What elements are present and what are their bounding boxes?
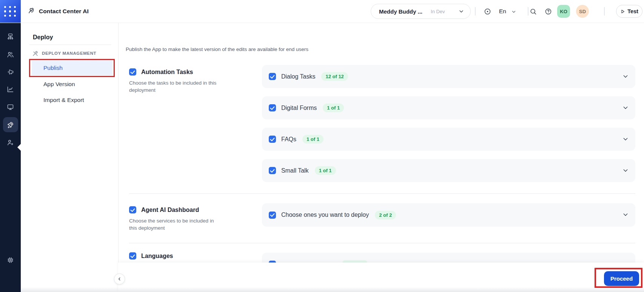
count-badge: 1 of 1: [323, 104, 344, 112]
section-label: Agent AI Dashboard: [141, 207, 199, 213]
section-divider: [129, 193, 635, 194]
user-plus-icon: [6, 139, 14, 147]
footer-bar: [118, 263, 644, 292]
checkbox-small-talk[interactable]: [269, 167, 276, 174]
users-icon: [6, 51, 14, 59]
annotation-box-publish: [29, 59, 115, 77]
row-faqs[interactable]: FAQs 1 of 1: [262, 128, 635, 151]
app-selector-dropdown[interactable]: Meddy Buddy ... In Dev: [371, 4, 471, 19]
checkbox-automation-tasks[interactable]: [129, 68, 136, 76]
app-window: Contact Center AI Meddy Buddy ... In Dev…: [0, 0, 644, 292]
monitor-icon: [6, 103, 14, 111]
section-divider: [129, 243, 635, 243]
sidebar-item-deploy[interactable]: [3, 117, 18, 132]
help-icon[interactable]: [544, 8, 552, 15]
publish-page: [119, 23, 644, 292]
row-label: Dialog Tasks: [281, 73, 315, 80]
chevron-down-icon[interactable]: [511, 9, 516, 16]
header-divider: [475, 7, 476, 15]
sidebar-item-campaigns[interactable]: [3, 64, 18, 79]
checkbox-languages[interactable]: [129, 252, 136, 260]
sidebar-item-settings[interactable]: [3, 252, 18, 267]
annotation-box-proceed: [595, 268, 642, 288]
chevron-down-icon[interactable]: [622, 73, 629, 81]
sidebar-group-label: DEPLOY MANAGEMENT: [42, 51, 96, 56]
count-badge: 1 of 1: [302, 135, 324, 144]
count-badge: 12 of 12: [321, 72, 348, 81]
app-launcher-button[interactable]: [0, 0, 21, 23]
test-button-label: Test: [627, 8, 638, 14]
chevron-down-icon[interactable]: [622, 105, 629, 112]
row-dialog-tasks[interactable]: Dialog Tasks 12 of 12: [262, 65, 635, 88]
avatar[interactable]: SD: [576, 5, 589, 18]
rocket-icon: [6, 121, 14, 129]
avatar[interactable]: KO: [557, 5, 570, 18]
chevron-down-icon[interactable]: [622, 167, 629, 175]
sidebar-item-automation[interactable]: [3, 29, 18, 44]
section-label: Automation Tasks: [141, 69, 193, 76]
sidebar-item-analytics[interactable]: [3, 82, 18, 97]
row-label: FAQs: [281, 136, 296, 143]
icon-rail: [0, 23, 21, 292]
header-divider: [528, 7, 528, 15]
row-label: Choose ones you want to deploy: [281, 212, 369, 218]
top-header: Contact Center AI Meddy Buddy ... In Dev…: [0, 0, 644, 23]
section-label: Languages: [141, 253, 173, 260]
sidebar-item-users[interactable]: [3, 47, 18, 62]
sidebar-divider: [29, 45, 111, 45]
app-brand: Contact Center AI: [27, 0, 89, 23]
sidebar-collapse-button[interactable]: [114, 273, 125, 284]
chevron-down-icon[interactable]: [622, 212, 629, 219]
app-title: Contact Center AI: [39, 8, 89, 15]
page-subtitle: Publish the App to make the latest versi…: [126, 46, 308, 52]
checkbox-faqs[interactable]: [269, 136, 276, 143]
row-digital-forms[interactable]: Digital Forms 1 of 1: [262, 96, 635, 119]
checkbox-deploy-services[interactable]: [269, 212, 276, 219]
language-code: En: [499, 8, 506, 15]
language-selector[interactable]: En: [499, 0, 506, 23]
count-badge: 2 of 2: [375, 211, 396, 219]
sidebar-group-deploy-management: DEPLOY MANAGEMENT: [32, 50, 96, 57]
section-automation-tasks: Automation Tasks: [129, 68, 193, 76]
section-description: Choose the services to be included in th…: [129, 217, 219, 232]
play-icon: [620, 9, 625, 14]
checkbox-digital-forms[interactable]: [269, 104, 276, 111]
row-deploy-services[interactable]: Choose ones you want to deploy 2 of 2: [262, 203, 635, 227]
sidebar-item-app-version[interactable]: App Version: [43, 79, 75, 89]
row-label: Small Talk: [281, 167, 309, 174]
sidebar-item-invite[interactable]: [3, 135, 18, 150]
section-agent-ai-dashboard: Agent AI Dashboard: [129, 206, 199, 213]
line-chart-icon: [6, 85, 14, 93]
checkbox-agent-ai-dashboard[interactable]: [129, 206, 136, 213]
row-small-talk[interactable]: Small Talk 1 of 1: [262, 159, 635, 182]
sidebar-item-import-export[interactable]: Import & Export: [43, 95, 84, 105]
search-icon[interactable]: [529, 8, 537, 15]
tools-icon: [32, 50, 39, 57]
megaphone-icon: [6, 68, 14, 76]
chevron-down-icon: [458, 8, 464, 14]
app-selector-name: Meddy Buddy ...: [379, 8, 422, 15]
chevron-down-icon[interactable]: [622, 136, 629, 144]
sidebar-title: Deploy: [33, 34, 53, 41]
row-label: Digital Forms: [281, 105, 317, 111]
grid-dots-icon: [4, 6, 17, 17]
app-status-badge: In Dev: [431, 9, 445, 14]
sidebar-item-channels[interactable]: [3, 99, 18, 114]
chevron-left-icon: [117, 277, 122, 281]
sitemap-icon: [6, 33, 14, 41]
section-description: Choose the tasks to be included in this …: [129, 79, 219, 94]
agent-headset-icon: [27, 6, 35, 16]
deploy-sidebar: Deploy DEPLOY MANAGEMENT Publish App Ver…: [21, 23, 119, 292]
chip-icon: [6, 256, 14, 264]
section-languages: Languages: [129, 252, 173, 260]
checkbox-dialog-tasks[interactable]: [269, 73, 276, 80]
header-divider: [604, 7, 605, 15]
goal-target-icon[interactable]: [484, 8, 491, 15]
count-badge: 1 of 1: [315, 166, 336, 175]
test-button[interactable]: Test: [616, 5, 642, 18]
